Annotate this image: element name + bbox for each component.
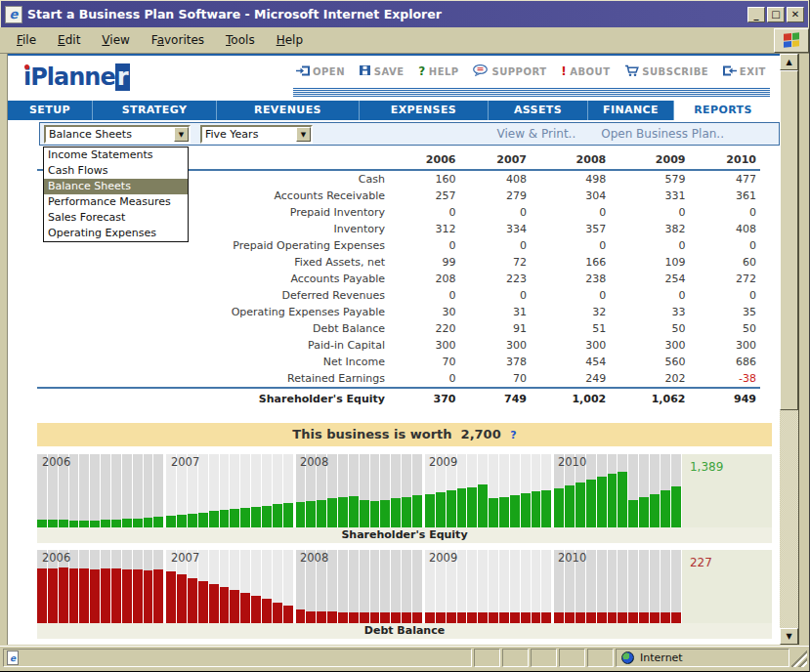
period-select[interactable]: Five Years ▼ bbox=[200, 125, 313, 144]
tab-reports[interactable]: REPORTS bbox=[674, 101, 772, 120]
subscribe-button[interactable]: SUBSCRIBE bbox=[624, 64, 708, 79]
status-message-pane: e bbox=[3, 649, 472, 667]
dropdown-option[interactable]: Balance Sheets bbox=[44, 179, 188, 194]
chart-bar-column bbox=[478, 550, 489, 623]
menu-bar-row: FileEditViewFavoritesToolsHelp bbox=[0, 27, 809, 54]
report-dropdown-list: Income StatementsCash FlowsBalance Sheet… bbox=[43, 147, 189, 242]
year-column-header: 2007 bbox=[459, 151, 531, 170]
tab-setup[interactable]: SETUP bbox=[8, 101, 93, 120]
row-value: 686 bbox=[689, 354, 760, 370]
menu-favorites[interactable]: Favorites bbox=[143, 30, 213, 50]
help-icon[interactable]: ? bbox=[510, 429, 516, 441]
total-value: 949 bbox=[689, 388, 760, 407]
chart-bar-column bbox=[412, 550, 423, 623]
menu-edit[interactable]: Edit bbox=[49, 30, 89, 50]
row-value: 382 bbox=[610, 221, 689, 237]
row-value: 0 bbox=[610, 287, 689, 304]
tab-revenues[interactable]: REVENUES bbox=[217, 101, 360, 120]
browser-window: e Start a Business Plan Software - Micro… bbox=[0, 0, 810, 672]
status-pane bbox=[502, 649, 529, 667]
zone-label: Internet bbox=[640, 651, 683, 664]
chart-bar-column bbox=[639, 550, 650, 623]
row-label: Deferred Revenues bbox=[37, 287, 389, 304]
tab-assets[interactable]: ASSETS bbox=[489, 101, 588, 120]
chart-bar-column bbox=[338, 454, 349, 527]
dropdown-option[interactable]: Performance Measures bbox=[44, 194, 188, 210]
scroll-down-icon[interactable]: ▼ bbox=[780, 628, 798, 645]
menu-help[interactable]: Help bbox=[268, 30, 312, 50]
row-value: 70 bbox=[459, 370, 531, 388]
chevron-down-icon[interactable]: ▼ bbox=[174, 127, 189, 142]
open-business-plan-link[interactable]: Open Business Plan.. bbox=[601, 127, 724, 141]
row-value: 0 bbox=[459, 204, 531, 221]
chart-bar-column bbox=[402, 454, 412, 527]
about-button[interactable]: !ABOUT bbox=[561, 64, 610, 79]
table-row: Operating Expenses Payable3031323335 bbox=[37, 304, 760, 320]
period-value: Five Years bbox=[202, 127, 296, 142]
dropdown-option[interactable]: Cash Flows bbox=[44, 163, 188, 179]
window-title: Start a Business Plan Software - Microso… bbox=[27, 7, 747, 21]
chart-year-label: 2009 bbox=[429, 551, 457, 565]
scrollbar-thumb[interactable] bbox=[780, 70, 798, 410]
tab-strategy[interactable]: STRATEGY bbox=[93, 101, 217, 120]
row-value: 0 bbox=[459, 237, 531, 254]
table-row: Fixed Assets, net997216610960 bbox=[37, 254, 760, 271]
debt-chart: 20062007200820092010 227 Debt Balance bbox=[37, 550, 772, 639]
chevron-down-icon[interactable]: ▼ bbox=[296, 127, 311, 142]
debt-chart-caption: Debt Balance bbox=[37, 623, 772, 639]
scroll-up-icon[interactable]: ▲ bbox=[780, 54, 798, 70]
support-button[interactable]: SUPPORT bbox=[473, 64, 546, 79]
tab-expenses[interactable]: EXPENSES bbox=[360, 101, 489, 120]
dropdown-option[interactable]: Operating Expenses bbox=[44, 226, 188, 241]
row-label: Paid-in Capital bbox=[37, 337, 389, 354]
dropdown-option[interactable]: Income Statements bbox=[44, 147, 188, 163]
document-icon: e bbox=[7, 651, 19, 665]
resize-grip[interactable] bbox=[791, 649, 807, 667]
row-value: 30 bbox=[389, 304, 460, 320]
menu-tools[interactable]: Tools bbox=[217, 30, 264, 50]
row-value: 257 bbox=[389, 188, 460, 204]
view-print-link[interactable]: View & Print.. bbox=[497, 127, 576, 141]
open-icon bbox=[296, 65, 310, 78]
chart-bar-column bbox=[370, 454, 381, 527]
dropdown-option[interactable]: Sales Forecast bbox=[44, 210, 188, 226]
save-button[interactable]: SAVE bbox=[360, 64, 405, 79]
row-label: Fixed Assets, net bbox=[37, 254, 389, 271]
maximize-button[interactable]: □ bbox=[767, 7, 785, 22]
tab-bar: SETUPSTRATEGYREVENUESEXPENSESASSETSFINAN… bbox=[8, 101, 772, 120]
menu-file[interactable]: File bbox=[8, 30, 45, 50]
total-value: 749 bbox=[459, 388, 531, 407]
chart-bar-column bbox=[457, 550, 468, 623]
chart-year-label: 2009 bbox=[429, 455, 457, 469]
menu-view[interactable]: View bbox=[93, 30, 138, 50]
chart-bar-column bbox=[608, 550, 618, 623]
chart-bar-column bbox=[101, 550, 111, 623]
tab-finance[interactable]: FINANCE bbox=[588, 101, 674, 120]
row-label: Retained Earnings bbox=[37, 370, 389, 388]
about-icon: ! bbox=[561, 66, 567, 77]
vertical-scrollbar[interactable]: ▲ ▼ bbox=[780, 54, 798, 645]
debt-chart-plot: 20062007200820092010 bbox=[37, 550, 682, 623]
chart-bar-column bbox=[79, 550, 90, 623]
report-type-select[interactable]: Balance Sheets ▼ bbox=[44, 125, 191, 144]
iplanner-logo: iPlanner bbox=[23, 63, 130, 91]
row-value: 357 bbox=[531, 221, 610, 237]
close-button[interactable]: ✕ bbox=[787, 7, 804, 22]
help-button[interactable]: ?HELP bbox=[418, 64, 458, 79]
chart-bar-column bbox=[122, 550, 133, 623]
row-value: 0 bbox=[531, 287, 610, 304]
row-value: 35 bbox=[689, 304, 760, 320]
chart-bar-column bbox=[240, 550, 251, 623]
row-value: 60 bbox=[689, 254, 760, 271]
status-bar: e Internet bbox=[0, 646, 809, 669]
row-value: 304 bbox=[531, 188, 610, 204]
open-button[interactable]: OPEN bbox=[296, 64, 345, 79]
row-value: 279 bbox=[459, 188, 531, 204]
row-value: 202 bbox=[610, 370, 689, 388]
row-value: 0 bbox=[610, 204, 689, 221]
minimize-button[interactable]: _ bbox=[747, 7, 765, 22]
row-value: 477 bbox=[689, 170, 760, 188]
exit-button[interactable]: EXIT bbox=[723, 64, 766, 79]
row-value: 109 bbox=[610, 254, 689, 271]
row-value: 454 bbox=[531, 354, 610, 370]
